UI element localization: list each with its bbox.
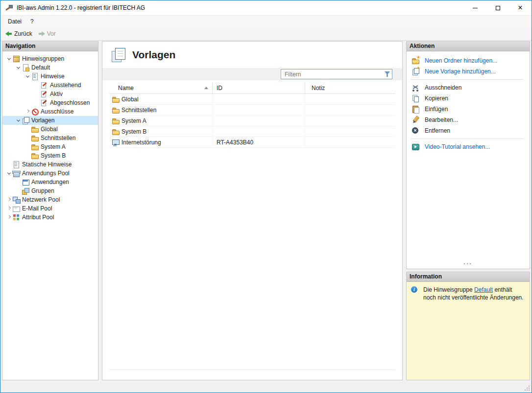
- chevron-down-icon[interactable]: [5, 170, 12, 177]
- close-button[interactable]: ×: [509, 0, 532, 15]
- table-row[interactable]: Internetstörung RT-A4353B40: [109, 137, 395, 148]
- action-cut[interactable]: Ausschneiden: [407, 82, 530, 93]
- tree-item-gruppen[interactable]: Gruppen: [2, 186, 98, 195]
- table-row[interactable]: Global: [109, 94, 395, 105]
- tree-item-default[interactable]: Default: [2, 63, 98, 72]
- back-button-label: Zurück: [14, 30, 32, 37]
- tree-item-anwendungs-pool[interactable]: Anwendungs Pool: [2, 169, 98, 178]
- action-label: Neue Vorlage hinzufügen...: [425, 68, 496, 75]
- action-label: Entfernen: [425, 127, 450, 134]
- content-panel: Vorlagen Name ID N: [102, 41, 403, 380]
- window-title: IBI-aws Admin 1.22.0 - registriert für I…: [17, 4, 145, 11]
- chevron-down-icon[interactable]: [15, 117, 22, 124]
- back-button[interactable]: Zurück: [3, 29, 36, 38]
- cell-name: Schnittstellen: [121, 107, 156, 114]
- scissors-icon: [411, 84, 419, 92]
- tree-item-schnittstellen[interactable]: Schnittstellen: [2, 134, 98, 142]
- tree-item-label: Statische Hinweise: [22, 161, 72, 168]
- action-new-template[interactable]: Neue Vorlage hinzufügen...: [407, 66, 530, 77]
- action-label: Kopieren: [425, 95, 448, 102]
- workspace: Navigation Hinweisgruppen Default Hinwei…: [0, 41, 532, 382]
- chevron-right-icon[interactable]: [5, 205, 12, 212]
- tree-item-label: System B: [41, 152, 66, 159]
- action-edit[interactable]: Bearbeiten...: [407, 115, 530, 125]
- chevron-down-icon[interactable]: [5, 55, 12, 62]
- chevron-down-icon[interactable]: [24, 73, 31, 80]
- tree-item-netzwerk-pool[interactable]: Netzwerk Pool: [2, 195, 98, 204]
- table-empty-area: [109, 148, 395, 370]
- information-header: Information: [407, 272, 530, 282]
- action-remove[interactable]: Entfernen: [407, 125, 530, 136]
- table-row[interactable]: System A: [109, 116, 395, 126]
- chevron-slot: [15, 179, 22, 185]
- information-body: Die Hinweisgruppe Default enthält noch n…: [407, 282, 530, 380]
- tree-item-global[interactable]: Global: [2, 125, 98, 134]
- action-label: Einfügen: [425, 106, 448, 113]
- tree-item-aktiv[interactable]: Aktiv: [2, 90, 98, 98]
- table-row[interactable]: Schnittstellen: [109, 105, 395, 116]
- pending-note-icon: [40, 81, 48, 89]
- copy-icon: [411, 94, 419, 102]
- chevron-slot: [24, 126, 31, 133]
- tree-item-system-a[interactable]: System A: [2, 142, 98, 151]
- action-copy[interactable]: Kopieren: [407, 93, 530, 104]
- attributes-icon: [12, 213, 20, 221]
- page-header: Vorlagen: [102, 42, 402, 68]
- folder-icon: [31, 143, 39, 151]
- maximize-button[interactable]: [486, 0, 509, 15]
- chevron-down-icon[interactable]: [15, 64, 22, 71]
- actions-header: Aktionen: [407, 42, 530, 51]
- tree-item-hinweise[interactable]: Hinweise: [2, 72, 98, 81]
- mail-icon: [12, 205, 20, 212]
- cell-id: RT-A4353B40: [217, 139, 253, 146]
- menu-item-help[interactable]: ?: [26, 17, 38, 26]
- information-text: Die Hinweisgruppe Default enthält noch n…: [423, 286, 526, 301]
- folder-icon: [112, 117, 120, 125]
- tree-item-ausstehend[interactable]: Ausstehend: [2, 81, 98, 90]
- chevron-right-icon[interactable]: [5, 196, 12, 203]
- tree-item-vorlagen[interactable]: Vorlagen: [2, 116, 98, 125]
- chevron-right-icon[interactable]: [24, 108, 31, 115]
- table-row[interactable]: System B: [109, 126, 395, 137]
- column-header-id[interactable]: ID: [213, 82, 305, 93]
- chevron-right-icon[interactable]: [5, 214, 12, 221]
- templates-icon: [22, 116, 29, 124]
- action-paste[interactable]: Einfügen: [407, 104, 530, 115]
- action-new-folder[interactable]: Neuen Ordner hinzufügen...: [407, 55, 530, 66]
- tree-item-abgeschlossen[interactable]: Abgeschlossen: [2, 98, 98, 107]
- navigation-header: Navigation: [2, 42, 98, 51]
- filter-funnel-icon[interactable]: [384, 70, 391, 78]
- tree-item-label: Default: [31, 64, 50, 71]
- chevron-slot: [33, 82, 40, 89]
- separator: [411, 139, 524, 139]
- tree-item-label: Anwendungs Pool: [22, 170, 70, 177]
- action-label: Neuen Ordner hinzufügen...: [425, 57, 497, 64]
- column-header-name[interactable]: Name: [109, 82, 213, 93]
- tree-item-attribut-pool[interactable]: Attribut Pool: [2, 213, 98, 222]
- cell-name: System A: [121, 117, 146, 124]
- panel-splitter-handle[interactable]: ···: [407, 261, 530, 269]
- menu-item-datei[interactable]: Datei: [3, 17, 26, 26]
- default-group-link[interactable]: Default: [474, 286, 493, 293]
- tree-item-ausschluesse[interactable]: Ausschlüsse: [2, 107, 98, 116]
- tree-item-statische-hinweise[interactable]: Statische Hinweise: [2, 160, 98, 169]
- forward-button[interactable]: Vor: [36, 29, 59, 38]
- chevron-slot: [33, 91, 40, 97]
- list-icon: [31, 72, 39, 80]
- action-video-tutorial[interactable]: Video-Tutorial ansehen...: [407, 141, 530, 152]
- resize-grip[interactable]: [524, 385, 530, 391]
- cell-name: Global: [121, 96, 139, 103]
- column-header-notiz[interactable]: Notiz: [305, 82, 395, 93]
- folder-add-icon: [411, 57, 419, 65]
- tree-item-system-b[interactable]: System B: [2, 151, 98, 160]
- tree-item-label: Ausstehend: [50, 82, 81, 89]
- folder-icon: [112, 95, 120, 103]
- app-window-icon: [22, 178, 29, 186]
- column-header-label: Name: [118, 85, 134, 92]
- filter-input[interactable]: [281, 69, 392, 79]
- sort-ascending-icon: [204, 87, 208, 89]
- tree-item-email-pool[interactable]: E-Mail Pool: [2, 204, 98, 213]
- tree-item-anwendungen[interactable]: Anwendungen: [2, 178, 98, 186]
- tree-item-hinweisgruppen[interactable]: Hinweisgruppen: [2, 54, 98, 63]
- minimize-button[interactable]: [464, 0, 486, 15]
